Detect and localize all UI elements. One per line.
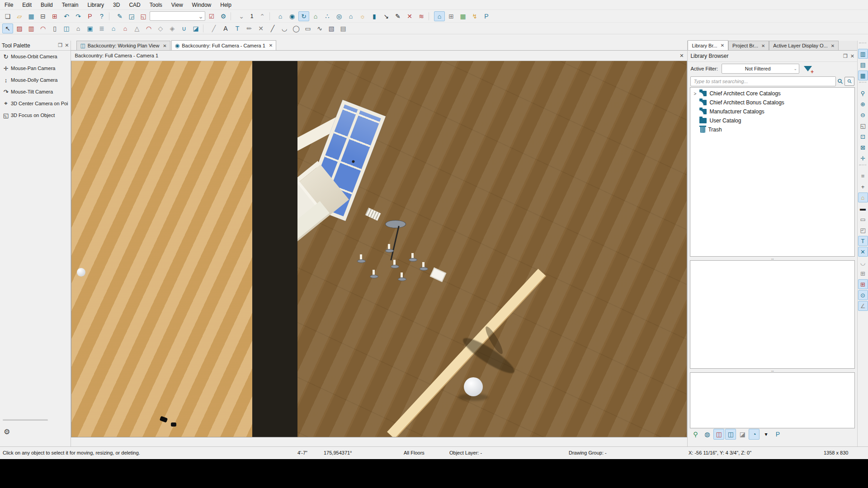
- text-tools[interactable]: T: [232, 23, 243, 33]
- layer-display-toggle[interactable]: ▦: [858, 70, 868, 80]
- stair-tools[interactable]: ≣: [96, 23, 107, 33]
- mouse-orbit-camera[interactable]: ↻: [298, 11, 309, 21]
- help[interactable]: ?: [96, 11, 107, 21]
- library-get-online[interactable]: ◍: [702, 429, 712, 440]
- library-import-panel[interactable]: ◫: [713, 429, 724, 440]
- angle-snaps[interactable]: ∠: [858, 301, 868, 311]
- temporary-dimensions[interactable]: T: [858, 236, 868, 246]
- edit-area[interactable]: ✎: [114, 11, 125, 21]
- arc-tools[interactable]: ◡: [279, 23, 290, 33]
- line-tools[interactable]: ╱: [267, 23, 278, 33]
- expand-view[interactable]: ⊠: [858, 142, 868, 152]
- tool-palette-item[interactable]: ↷Mouse-Tilt Camera: [0, 86, 71, 98]
- library-layout-page[interactable]: P: [772, 429, 783, 440]
- saved-views-combo[interactable]: ⌄: [150, 11, 205, 21]
- preview-caret[interactable]: ▾: [760, 429, 771, 440]
- insulation-tool[interactable]: ▧: [326, 23, 337, 33]
- tool-palette-item[interactable]: ↻Mouse-Orbit Camera: [0, 51, 71, 62]
- terrain-tools[interactable]: ◇: [155, 23, 166, 33]
- zoom-out[interactable]: ⊖: [858, 110, 868, 120]
- close-tab-icon[interactable]: ✕: [163, 43, 166, 48]
- dimension-tools[interactable]: ╱: [208, 23, 219, 33]
- cross-box[interactable]: ✕: [255, 23, 266, 33]
- menu-item[interactable]: View: [167, 1, 188, 9]
- tab-full-camera[interactable]: ◉Backcountry: Full Camera - Camera 1✕: [171, 40, 277, 50]
- gazebo[interactable]: △: [132, 23, 142, 33]
- library-search[interactable]: ⚲: [690, 429, 701, 440]
- preferences[interactable]: ⚙: [218, 11, 229, 21]
- appliance[interactable]: ▣: [85, 23, 95, 33]
- redo[interactable]: ↷: [73, 11, 84, 21]
- outline-mode[interactable]: ▭: [858, 214, 868, 224]
- shadows-toggle[interactable]: ▬: [858, 203, 868, 213]
- walkthrough[interactable]: ∴: [322, 11, 333, 21]
- wall-tools[interactable]: ▨: [14, 23, 25, 33]
- adjust-camera[interactable]: ⌂: [310, 11, 321, 21]
- fixture-tools[interactable]: ∪: [179, 23, 189, 33]
- record-walkthrough[interactable]: ◎: [334, 11, 344, 21]
- library-display-panel[interactable]: ◫: [725, 429, 736, 440]
- awning[interactable]: ◠: [143, 23, 154, 33]
- fill-window[interactable]: ⊡: [858, 131, 868, 141]
- panel-splitter[interactable]: ↔: [688, 369, 857, 372]
- menu-item[interactable]: Library: [83, 1, 108, 9]
- layer-sets[interactable]: ≡: [858, 171, 868, 181]
- plant-tools[interactable]: ◈: [167, 23, 178, 33]
- object-eyedropper[interactable]: ✎: [392, 11, 403, 21]
- open-plan[interactable]: ▱: [14, 11, 25, 21]
- doorway-view[interactable]: ⌂: [345, 11, 356, 21]
- status-floors[interactable]: All Floors: [404, 450, 425, 455]
- 3d-camera-viewport[interactable]: [71, 61, 687, 437]
- library-material-preview[interactable]: ◔: [749, 429, 760, 440]
- float-panel-icon[interactable]: ❒: [843, 53, 848, 59]
- close-tab-icon[interactable]: ✕: [269, 43, 273, 48]
- tool-palette-item[interactable]: ⌖3D Center Camera on Poi: [0, 98, 71, 109]
- sketch-tools[interactable]: ✏: [244, 23, 255, 33]
- undo-zoom[interactable]: ◱: [858, 121, 868, 131]
- tool-palette-item[interactable]: ✛Mouse-Pan Camera: [0, 62, 71, 74]
- menu-item[interactable]: File: [0, 1, 18, 9]
- floor-up[interactable]: ⌃: [257, 11, 268, 21]
- find-in-view[interactable]: ⚲: [858, 88, 868, 98]
- tool-palette-item[interactable]: ↕Mouse-Dolly Camera: [0, 74, 71, 86]
- library-no-3d-preview[interactable]: ◪: [737, 429, 748, 440]
- adjust-lights[interactable]: ☼: [357, 11, 368, 21]
- cabinet[interactable]: ⌂: [73, 23, 84, 33]
- layout-pages[interactable]: P: [481, 11, 492, 21]
- grid-snaps[interactable]: ⊞: [858, 279, 868, 289]
- project-browser-toggle[interactable]: ▤: [858, 60, 868, 70]
- railing-tools[interactable]: ▥: [26, 23, 37, 33]
- tab-project-browser[interactable]: Project Br...✕: [728, 41, 769, 50]
- tool-palette-item[interactable]: ◱3D Focus on Object: [0, 109, 71, 121]
- expand-arrow-icon[interactable]: >: [690, 91, 699, 96]
- zoom-in[interactable]: ⊕: [858, 99, 868, 109]
- cad-block[interactable]: ▤: [338, 23, 349, 33]
- close-tab-icon[interactable]: ✕: [761, 43, 765, 48]
- roof-tools[interactable]: ⌂: [108, 23, 119, 33]
- tree-user-catalog[interactable]: User Catalog: [690, 116, 854, 125]
- default-settings[interactable]: ☑: [206, 11, 217, 21]
- rectangle-tool[interactable]: ▭: [302, 23, 313, 33]
- text-arrow[interactable]: A: [220, 23, 231, 33]
- library-browser-toggle[interactable]: ▥: [858, 49, 868, 59]
- filter-select[interactable]: Not Filtered ⌄: [722, 64, 799, 74]
- plan-database[interactable]: P: [85, 11, 95, 21]
- energy-tools[interactable]: ↯: [469, 11, 480, 21]
- search-icon[interactable]: ⚲: [835, 77, 845, 86]
- current-floor[interactable]: 1: [248, 11, 256, 21]
- palette-scrollbar[interactable]: [3, 419, 48, 421]
- menu-item[interactable]: Build: [36, 1, 57, 9]
- camera-view[interactable]: ⌂: [275, 11, 286, 21]
- save-plan-view[interactable]: ◲: [126, 11, 137, 21]
- print-preview[interactable]: ◰: [858, 225, 868, 235]
- floor-down[interactable]: ⌄: [236, 11, 247, 21]
- full-camera[interactable]: ◉: [287, 11, 297, 21]
- material-painter[interactable]: ≋: [416, 11, 427, 21]
- close-panel-icon[interactable]: ✕: [65, 42, 69, 48]
- window-tools[interactable]: ◫: [61, 23, 72, 33]
- send-to-layout[interactable]: ⊞: [49, 11, 60, 21]
- close-tab-icon[interactable]: ✕: [721, 43, 724, 48]
- undo[interactable]: ↶: [61, 11, 72, 21]
- cabinet-tools[interactable]: ⊞: [446, 11, 457, 21]
- gear-icon[interactable]: ⚙: [4, 427, 10, 436]
